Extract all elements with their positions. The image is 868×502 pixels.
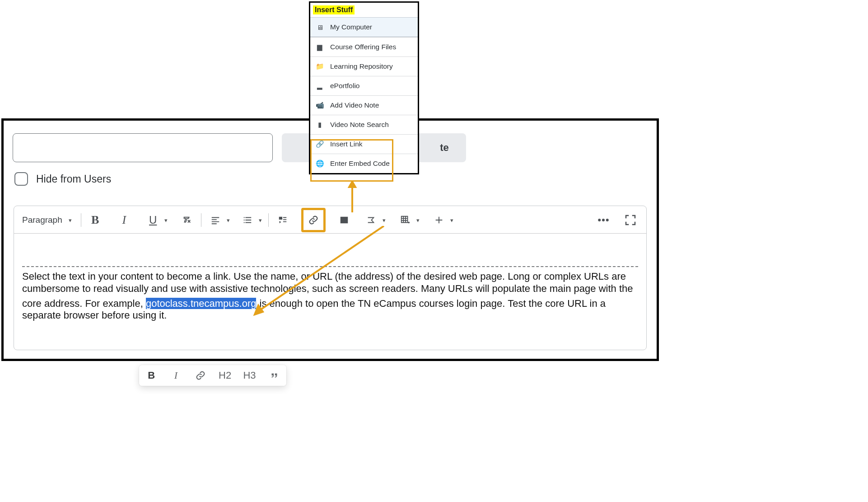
popup-item-eportfolio[interactable]: ▂ ePortfolio <box>310 76 418 95</box>
table-button[interactable]: ▾ <box>397 212 420 228</box>
camcorder-icon: 📹 <box>316 101 324 109</box>
more-actions-button[interactable] <box>596 212 611 228</box>
editor-content[interactable]: Select the text in your content to becom… <box>14 234 646 322</box>
rich-text-editor: Paragraph ▾ B I U ▾ ▾ <box>14 206 647 350</box>
italic-button[interactable]: I <box>117 212 132 228</box>
insert-image-button[interactable] <box>336 212 352 228</box>
chevron-down-icon: ▾ <box>69 217 72 224</box>
link-icon: 🔗 <box>316 140 324 148</box>
folder-up-icon: 📁 <box>316 62 324 70</box>
hide-from-users-label: Hide from Users <box>36 173 111 185</box>
chevron-down-icon: ▾ <box>416 217 420 224</box>
mini-h2-button[interactable]: H2 <box>216 365 234 386</box>
popup-item-add-video-note[interactable]: 📹 Add Video Note <box>310 95 418 115</box>
popup-item-embed-code[interactable]: 🌐 Enter Embed Code <box>310 154 418 173</box>
chevron-down-icon: ▾ <box>164 217 168 224</box>
popup-item-insert-link[interactable]: 🔗 Insert Link <box>310 134 418 154</box>
underline-button[interactable]: U ▾ <box>145 212 168 228</box>
bold-button[interactable]: B <box>88 212 103 228</box>
insert-link-button[interactable] <box>301 208 326 232</box>
chevron-down-icon: ▾ <box>450 217 453 224</box>
svg-point-1 <box>602 219 605 221</box>
svg-point-2 <box>606 219 609 221</box>
selected-text: gotoclass.tnecampus.org <box>146 298 257 309</box>
insert-stuff-button[interactable] <box>275 212 290 228</box>
align-button[interactable]: ▾ <box>208 212 230 228</box>
chevron-down-icon: ▾ <box>227 217 230 224</box>
insert-stuff-list: 🖥 My Computer ▆ Course Offering Files 📁 … <box>310 17 418 173</box>
insert-stuff-popup: Insert Stuff 🖥 My Computer ▆ Course Offe… <box>309 1 419 174</box>
text-caret <box>256 296 257 308</box>
add-more-button[interactable]: ▾ <box>431 212 453 228</box>
equation-button[interactable]: ▾ <box>364 212 386 228</box>
mini-h3-button[interactable]: H3 <box>240 365 258 386</box>
divider <box>22 266 638 267</box>
clear-formatting-button[interactable] <box>179 212 195 228</box>
hide-from-users-checkbox[interactable] <box>14 172 28 186</box>
mini-italic-button[interactable]: I <box>167 365 185 386</box>
briefcase-icon: ▂ <box>316 82 324 90</box>
chevron-down-icon: ▾ <box>383 217 386 224</box>
selection-mini-toolbar: B I H2 H3 <box>139 365 286 386</box>
chevron-down-icon: ▾ <box>259 217 262 224</box>
folder-icon: ▆ <box>316 43 324 51</box>
popup-item-learning-repo[interactable]: 📁 Learning Repository <box>310 56 418 76</box>
mini-bold-button[interactable]: B <box>142 365 160 386</box>
title-input[interactable] <box>13 133 273 162</box>
mini-quote-button[interactable] <box>265 365 283 386</box>
video-search-icon: ▮ <box>316 121 324 129</box>
fullscreen-button[interactable] <box>623 212 638 228</box>
monitor-icon: 🖥 <box>316 23 324 31</box>
mini-link-button[interactable] <box>191 365 210 386</box>
list-button[interactable]: ▾ <box>240 212 262 228</box>
popup-item-my-computer[interactable]: 🖥 My Computer <box>310 17 418 37</box>
globe-icon: 🌐 <box>316 160 324 168</box>
popup-item-course-files[interactable]: ▆ Course Offering Files <box>310 37 418 56</box>
svg-point-0 <box>598 219 601 221</box>
popup-title: Insert Stuff <box>313 5 355 14</box>
editor-toolbar: Paragraph ▾ B I U ▾ ▾ <box>14 206 646 234</box>
popup-item-video-note-search[interactable]: ▮ Video Note Search <box>310 115 418 134</box>
paragraph-style-select[interactable]: Paragraph ▾ <box>22 215 75 225</box>
